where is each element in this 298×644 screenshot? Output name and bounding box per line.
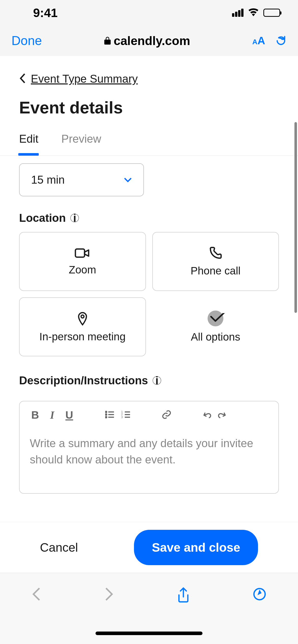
- svg-text:2: 2: [121, 413, 123, 416]
- battery-icon: [263, 9, 280, 17]
- cellular-signal-icon: [232, 9, 243, 17]
- number-list-button[interactable]: 123: [121, 411, 131, 420]
- bullet-list-button[interactable]: [105, 411, 115, 420]
- reload-icon[interactable]: [275, 35, 287, 47]
- url-display[interactable]: calendly.com: [104, 34, 190, 48]
- italic-button[interactable]: I: [47, 409, 58, 421]
- location-option-all[interactable]: All options: [152, 297, 279, 356]
- editor-toolbar: B I U 123: [20, 401, 278, 429]
- chevron-down-icon: [124, 177, 132, 182]
- location-all-label: All options: [191, 331, 240, 343]
- svg-point-5: [105, 411, 107, 413]
- svg-point-1: [81, 315, 84, 318]
- pin-icon: [77, 311, 88, 326]
- tabs: Edit Preview: [0, 117, 298, 156]
- svg-rect-0: [75, 249, 85, 257]
- video-icon: [74, 247, 91, 259]
- location-label: Location: [19, 212, 66, 224]
- save-button[interactable]: Save and close: [134, 530, 258, 565]
- url-text: calendly.com: [114, 34, 190, 48]
- cancel-button[interactable]: Cancel: [40, 540, 78, 554]
- nav-back-button[interactable]: [31, 587, 42, 602]
- undo-button[interactable]: [202, 410, 211, 420]
- status-icons: [232, 8, 280, 17]
- phone-icon: [208, 246, 223, 260]
- all-options-icon: [208, 311, 223, 326]
- content-area: Event Type Summary Event details Edit Pr…: [0, 56, 298, 573]
- svg-point-6: [105, 414, 107, 415]
- underline-button[interactable]: U: [64, 409, 75, 421]
- location-phone-label: Phone call: [191, 265, 240, 277]
- redo-button[interactable]: [218, 410, 227, 420]
- location-label-row: Location i: [0, 196, 298, 232]
- wifi-icon: [248, 8, 259, 17]
- description-editor: B I U 123: [19, 401, 279, 494]
- location-option-phone[interactable]: Phone call: [152, 232, 279, 291]
- scrollbar[interactable]: [294, 122, 297, 313]
- breadcrumb[interactable]: Event Type Summary: [0, 56, 298, 85]
- tabs-button[interactable]: [252, 587, 267, 602]
- description-label: Description/Instructions: [19, 374, 148, 387]
- info-icon[interactable]: i: [153, 376, 161, 385]
- lock-icon: [104, 36, 111, 45]
- nav-forward-button[interactable]: [104, 587, 114, 602]
- location-option-zoom[interactable]: Zoom: [19, 232, 146, 291]
- description-label-row: Description/Instructions i: [0, 356, 298, 394]
- status-time: 9:41: [33, 6, 58, 20]
- info-icon[interactable]: i: [70, 214, 79, 222]
- location-zoom-label: Zoom: [69, 264, 96, 276]
- footer-actions: Cancel Save and close: [0, 522, 298, 573]
- svg-text:1: 1: [121, 411, 123, 413]
- status-bar: 9:41: [0, 0, 298, 25]
- description-textarea[interactable]: Write a summary and any details your inv…: [20, 429, 278, 493]
- bold-button[interactable]: B: [30, 409, 40, 421]
- duration-dropdown[interactable]: 15 min: [19, 163, 144, 196]
- duration-value: 15 min: [31, 173, 65, 186]
- svg-point-7: [105, 417, 107, 418]
- browser-bar: Done calendly.com AA: [0, 25, 298, 56]
- text-size-button[interactable]: AA: [252, 35, 265, 47]
- location-inperson-label: In-person meeting: [39, 331, 126, 343]
- breadcrumb-link[interactable]: Event Type Summary: [31, 72, 138, 85]
- tab-edit[interactable]: Edit: [19, 133, 38, 155]
- done-button[interactable]: Done: [11, 33, 42, 48]
- link-button[interactable]: [161, 409, 172, 421]
- share-button[interactable]: [177, 587, 190, 605]
- home-indicator[interactable]: [96, 632, 202, 635]
- location-option-inperson[interactable]: In-person meeting: [19, 297, 146, 356]
- tab-preview[interactable]: Preview: [61, 133, 101, 155]
- location-grid: Zoom Phone call In-person meeting All op…: [0, 232, 298, 356]
- svg-text:3: 3: [121, 416, 123, 419]
- back-chevron-icon[interactable]: [19, 73, 26, 85]
- page-title: Event details: [0, 85, 298, 117]
